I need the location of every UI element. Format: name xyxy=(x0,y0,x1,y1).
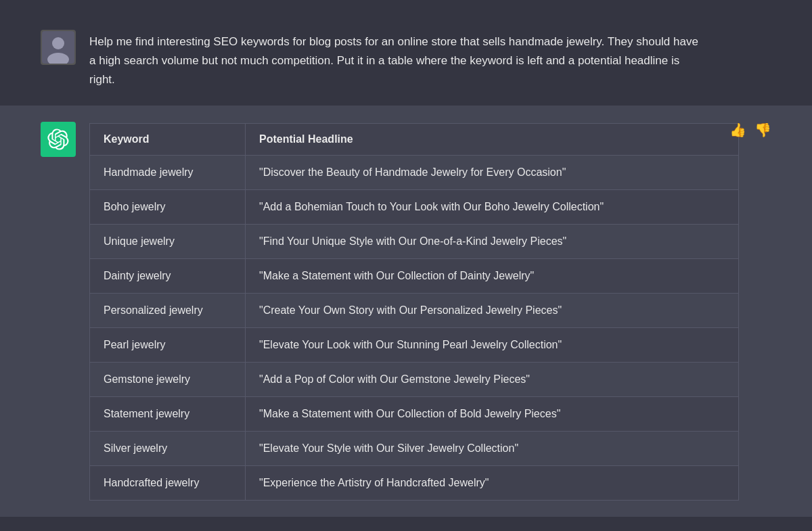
table-row: Boho jewelry"Add a Bohemian Touch to You… xyxy=(90,190,739,225)
svg-point-1 xyxy=(52,37,64,49)
headline-cell: "Experience the Artistry of Handcrafted … xyxy=(246,466,739,501)
keyword-cell: Boho jewelry xyxy=(90,190,246,225)
avatar-icon xyxy=(42,31,74,64)
user-avatar xyxy=(41,30,76,65)
col-keyword-header: Keyword xyxy=(90,124,246,156)
headline-cell: "Add a Bohemian Touch to Your Look with … xyxy=(246,190,739,225)
table-row: Handmade jewelry"Discover the Beauty of … xyxy=(90,156,739,190)
ai-avatar xyxy=(41,122,76,157)
keyword-cell: Handmade jewelry xyxy=(90,156,246,190)
keyword-cell: Statement jewelry xyxy=(90,397,246,432)
keyword-cell: Personalized jewelry xyxy=(90,294,246,328)
keyword-cell: Dainty jewelry xyxy=(90,259,246,294)
table-row: Pearl jewelry"Elevate Your Look with Our… xyxy=(90,328,739,363)
keyword-cell: Pearl jewelry xyxy=(90,328,246,363)
table-row: Gemstone jewelry"Add a Pop of Color with… xyxy=(90,363,739,397)
headline-cell: "Elevate Your Look with Our Stunning Pea… xyxy=(246,328,739,363)
chatgpt-icon xyxy=(47,129,69,150)
user-message-row: Help me find interesting SEO keywords fo… xyxy=(0,14,812,106)
table-row: Personalized jewelry"Create Your Own Sto… xyxy=(90,294,739,328)
keyword-table: Keyword Potential Headline Handmade jewe… xyxy=(89,123,739,501)
action-icons: 👍 👎 xyxy=(729,122,771,138)
table-header-row: Keyword Potential Headline xyxy=(90,124,739,156)
keyword-cell: Handcrafted jewelry xyxy=(90,466,246,501)
table-row: Unique jewelry"Find Your Unique Style wi… xyxy=(90,225,739,259)
table-body: Handmade jewelry"Discover the Beauty of … xyxy=(90,156,739,501)
headline-cell: "Add a Pop of Color with Our Gemstone Je… xyxy=(246,363,739,397)
thumbs-up-button[interactable]: 👍 xyxy=(729,122,746,138)
headline-cell: "Make a Statement with Our Collection of… xyxy=(246,259,739,294)
table-row: Statement jewelry"Make a Statement with … xyxy=(90,397,739,432)
chat-container: Help me find interesting SEO keywords fo… xyxy=(0,0,812,530)
table-row: Silver jewelry"Elevate Your Style with O… xyxy=(90,432,739,466)
ai-message-row: 👍 👎 Keyword Potential Headline Handmade … xyxy=(0,106,812,517)
keyword-cell: Gemstone jewelry xyxy=(90,363,246,397)
ai-message-content: 👍 👎 Keyword Potential Headline Handmade … xyxy=(89,122,771,501)
headline-cell: "Create Your Own Story with Our Personal… xyxy=(246,294,739,328)
headline-cell: "Discover the Beauty of Handmade Jewelry… xyxy=(246,156,739,190)
headline-cell: "Make a Statement with Our Collection of… xyxy=(246,397,739,432)
thumbs-down-button[interactable]: 👎 xyxy=(754,122,771,138)
table-row: Dainty jewelry"Make a Statement with Our… xyxy=(90,259,739,294)
keyword-cell: Unique jewelry xyxy=(90,225,246,259)
user-message-text: Help me find interesting SEO keywords fo… xyxy=(89,30,698,89)
col-headline-header: Potential Headline xyxy=(246,124,739,156)
keyword-cell: Silver jewelry xyxy=(90,432,246,466)
table-row: Handcrafted jewelry"Experience the Artis… xyxy=(90,466,739,501)
headline-cell: "Find Your Unique Style with Our One-of-… xyxy=(246,225,739,259)
headline-cell: "Elevate Your Style with Our Silver Jewe… xyxy=(246,432,739,466)
